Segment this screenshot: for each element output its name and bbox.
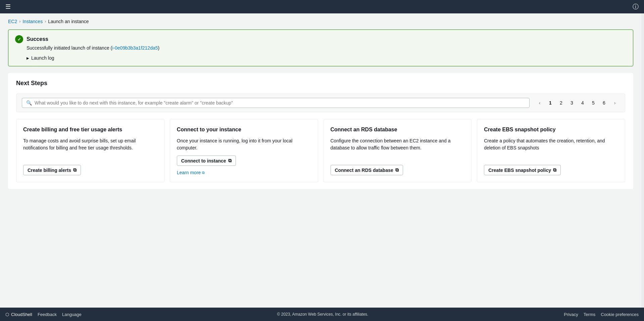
- card-ebs-title: Create EBS snapshot policy: [484, 126, 618, 133]
- success-banner: Success Successfully initiated launch of…: [8, 29, 633, 66]
- search-input-wrapper: 🔍: [22, 98, 530, 108]
- connect-to-instance-button[interactable]: Connect to instance ⧉: [177, 155, 236, 166]
- cloudshell-button[interactable]: ⬡ CloudShell: [5, 312, 32, 317]
- pagination-next[interactable]: ›: [610, 98, 620, 108]
- instance-id-link[interactable]: i-0e09b3b3a1f212da5: [112, 45, 158, 51]
- connect-rds-button[interactable]: Connect an RDS database ⧉: [331, 165, 403, 175]
- info-button[interactable]: ⓘ: [633, 3, 639, 11]
- card-ebs-desc: Create a policy that automates the creat…: [484, 137, 618, 161]
- feedback-link[interactable]: Feedback: [38, 312, 57, 317]
- card-rds: Connect an RDS database Configure the co…: [324, 119, 472, 182]
- breadcrumb: EC2 › Instances › Launch an instance: [8, 19, 633, 24]
- create-ebs-snapshot-label: Create EBS snapshot policy: [488, 168, 551, 173]
- footer-copyright: © 2023, Amazon Web Services, Inc. or its…: [277, 312, 368, 317]
- privacy-link[interactable]: Privacy: [564, 312, 578, 317]
- pagination-page-3[interactable]: 3: [567, 98, 577, 108]
- create-billing-alerts-icon: ⧉: [73, 167, 77, 173]
- pagination-page-4[interactable]: 4: [578, 98, 587, 108]
- cloudshell-label: CloudShell: [11, 312, 32, 317]
- cookie-preferences-link[interactable]: Cookie preferences: [601, 312, 639, 317]
- pagination-prev[interactable]: ‹: [535, 98, 544, 108]
- search-row: 🔍 ‹ 1 2 3 4 5 6 ›: [16, 93, 625, 112]
- content-area: EC2 › Instances › Launch an instance Suc…: [0, 13, 641, 308]
- main-wrapper: EC2 › Instances › Launch an instance Suc…: [0, 13, 644, 308]
- next-steps-title: Next Steps: [16, 80, 625, 87]
- pagination-page-5[interactable]: 5: [589, 98, 598, 108]
- footer-right: Privacy Terms Cookie preferences: [564, 312, 639, 317]
- card-billing: Create billing and free tier usage alert…: [16, 119, 164, 182]
- breadcrumb-instances-link[interactable]: Instances: [22, 19, 43, 24]
- terms-link[interactable]: Terms: [584, 312, 595, 317]
- next-steps-container: Next Steps 🔍 ‹ 1 2 3 4 5 6 ›: [8, 73, 633, 189]
- learn-more-ext-icon: ⧉: [202, 171, 205, 175]
- launch-log-label: Launch log: [31, 55, 54, 61]
- breadcrumb-current: Launch an instance: [48, 19, 89, 24]
- success-message-prefix: Successfully initiated launch of instanc…: [27, 45, 112, 51]
- connect-rds-icon: ⧉: [395, 167, 399, 173]
- create-ebs-snapshot-button[interactable]: Create EBS snapshot policy ⧉: [484, 165, 561, 175]
- success-message-suffix: ): [158, 45, 160, 51]
- pagination-page-2[interactable]: 2: [556, 98, 566, 108]
- search-icon: 🔍: [26, 100, 32, 106]
- pagination-page-1[interactable]: 1: [546, 98, 555, 108]
- connect-to-instance-icon: ⧉: [228, 158, 232, 164]
- card-billing-desc: To manage costs and avoid surprise bills…: [23, 137, 157, 161]
- card-ebs: Create EBS snapshot policy Create a poli…: [477, 119, 625, 182]
- create-billing-alerts-label: Create billing alerts: [28, 168, 71, 173]
- create-billing-alerts-button[interactable]: Create billing alerts ⧉: [23, 165, 81, 175]
- breadcrumb-sep1: ›: [19, 19, 20, 24]
- top-navigation: ☰ ⓘ: [0, 0, 644, 13]
- card-connect: Connect to your instance Once your insta…: [170, 119, 318, 182]
- pagination: ‹ 1 2 3 4 5 6 ›: [535, 98, 620, 108]
- connect-to-instance-label: Connect to instance: [181, 158, 226, 164]
- breadcrumb-sep2: ›: [45, 19, 46, 24]
- success-header: Success: [15, 35, 626, 43]
- launch-log-toggle[interactable]: ▶ Launch log: [27, 55, 626, 61]
- connect-learn-more-label: Learn more: [177, 170, 201, 175]
- language-link[interactable]: Language: [62, 312, 82, 317]
- connect-rds-label: Connect an RDS database: [335, 168, 393, 173]
- card-rds-title: Connect an RDS database: [331, 126, 465, 133]
- card-connect-desc: Once your instance is running, log into …: [177, 137, 311, 151]
- success-message: Successfully initiated launch of instanc…: [27, 45, 626, 51]
- breadcrumb-ec2-link[interactable]: EC2: [8, 19, 17, 24]
- cloudshell-icon: ⬡: [5, 312, 9, 317]
- card-billing-title: Create billing and free tier usage alert…: [23, 126, 157, 133]
- card-rds-desc: Configure the connection between an EC2 …: [331, 137, 465, 161]
- hamburger-icon[interactable]: ☰: [5, 3, 11, 10]
- success-icon: [15, 35, 23, 43]
- cards-grid: Create billing and free tier usage alert…: [16, 119, 625, 182]
- card-connect-title: Connect to your instance: [177, 126, 311, 133]
- right-scrollbar[interactable]: [641, 13, 644, 308]
- launch-log-arrow: ▶: [27, 56, 29, 60]
- footer-left: ⬡ CloudShell Feedback Language: [5, 312, 82, 317]
- success-title: Success: [27, 36, 48, 42]
- pagination-page-6[interactable]: 6: [599, 98, 609, 108]
- search-input[interactable]: [35, 100, 525, 106]
- create-ebs-snapshot-icon: ⧉: [553, 167, 556, 173]
- connect-learn-more-link[interactable]: Learn more ⧉: [177, 170, 311, 175]
- footer: ⬡ CloudShell Feedback Language © 2023, A…: [0, 308, 644, 321]
